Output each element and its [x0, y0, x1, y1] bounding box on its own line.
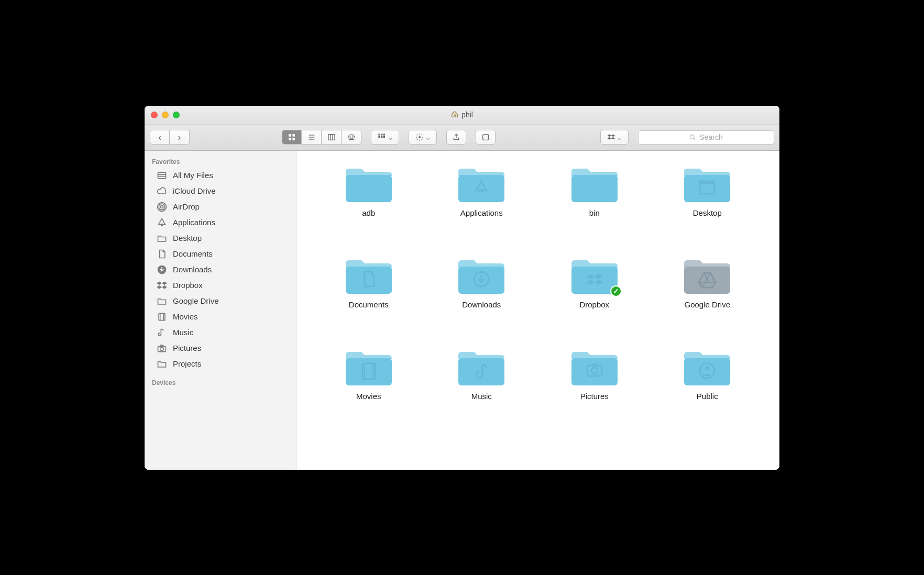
svg-line-22 [694, 138, 695, 140]
file-grid[interactable]: adb Applications bin Desktop [296, 151, 779, 470]
folder-item[interactable]: Desktop [651, 161, 764, 253]
sidebar-item-label: Dropbox [173, 281, 203, 290]
folder-item[interactable]: Music [425, 345, 538, 436]
sidebar-item-label: Downloads [173, 265, 212, 274]
folder-item[interactable]: Downloads [425, 253, 538, 345]
sidebar-item-movies[interactable]: Movies [145, 309, 296, 325]
icon-view-button[interactable] [282, 130, 302, 145]
folder-icon [344, 256, 394, 296]
search-field[interactable]: Search [638, 130, 774, 145]
sidebar-item-label: Pictures [173, 344, 201, 352]
folder-icon [569, 348, 620, 388]
share-button[interactable] [446, 130, 466, 145]
back-button[interactable]: ‹ [150, 130, 170, 145]
folder-icon [156, 358, 168, 370]
folder-label: adb [362, 208, 375, 217]
svg-rect-0 [289, 134, 291, 137]
sidebar-item-label: Google Drive [173, 296, 219, 305]
window-body: Favorites All My FilesiCloud DriveAirDro… [145, 151, 779, 470]
sidebar-item-label: Applications [173, 218, 215, 227]
svg-rect-16 [383, 134, 385, 135]
svg-rect-17 [378, 136, 380, 138]
svg-rect-1 [292, 134, 295, 137]
dropbox-toolbar-button[interactable]: ⌵ [600, 130, 629, 145]
list-view-button[interactable] [302, 130, 322, 145]
svg-rect-3 [292, 138, 295, 140]
folder-icon [344, 348, 394, 388]
sidebar-item-all-my-files[interactable]: All My Files [145, 168, 296, 183]
sidebar-item-documents[interactable]: Documents [145, 246, 296, 262]
folder-item[interactable]: Public [651, 345, 764, 436]
folder-label: Dropbox [579, 300, 609, 309]
sidebar-item-downloads[interactable]: Downloads [145, 262, 296, 278]
svg-rect-23 [158, 172, 166, 179]
sidebar-item-dropbox[interactable]: Dropbox [145, 278, 296, 293]
nav-group: ‹ › [150, 130, 190, 145]
folder-item[interactable]: bin [538, 161, 651, 253]
folder-item[interactable]: Documents [312, 253, 425, 345]
sidebar-item-music[interactable]: Music [145, 325, 296, 340]
folder-item[interactable]: Applications [425, 161, 538, 253]
sidebar-item-pictures[interactable]: Pictures [145, 340, 296, 356]
svg-rect-2 [289, 138, 291, 140]
arrange-button[interactable]: ⌵ [371, 130, 399, 145]
sidebar-item-applications[interactable]: Applications [145, 215, 296, 230]
sidebar-item-desktop[interactable]: Desktop [145, 230, 296, 246]
folder-label: Desktop [693, 208, 722, 217]
tags-button[interactable] [476, 130, 496, 145]
column-view-button[interactable] [322, 130, 342, 145]
sidebar-item-label: iCloud Drive [173, 186, 216, 195]
toolbar: ‹ › ⌵ ⌵ [145, 125, 779, 151]
search-placeholder: Search [699, 133, 722, 141]
sidebar-item-projects[interactable]: Projects [145, 356, 296, 372]
folder-item[interactable]: ✓ Dropbox [538, 253, 651, 345]
folder-label: Applications [460, 208, 503, 217]
minimize-button[interactable] [162, 112, 169, 118]
svg-rect-36 [161, 345, 163, 347]
sidebar-item-label: AirDrop [173, 202, 200, 211]
forward-button[interactable]: › [170, 130, 190, 145]
folder-label: bin [589, 208, 600, 217]
action-button[interactable]: ⌵ [409, 130, 437, 145]
window-title-text: phil [461, 110, 473, 119]
applications-icon [156, 217, 168, 228]
folder-label: Public [697, 392, 718, 401]
sidebar-item-label: Music [173, 328, 193, 337]
music-note-icon [156, 327, 168, 338]
folder-item[interactable]: Pictures [538, 345, 651, 436]
folder-label: Downloads [462, 300, 501, 309]
svg-point-26 [161, 205, 163, 208]
dropbox-icon [156, 280, 168, 291]
folder-label: Movies [356, 392, 381, 401]
folder-icon [569, 164, 620, 204]
sidebar-item-icloud-drive[interactable]: iCloud Drive [145, 183, 296, 199]
finder-window: phil ‹ › ⌵ [145, 106, 779, 470]
folder-item[interactable]: Movies [312, 345, 425, 436]
coverflow-view-button[interactable] [342, 130, 361, 145]
svg-rect-14 [378, 134, 380, 135]
close-button[interactable] [151, 112, 158, 118]
sidebar-item-label: Projects [173, 359, 201, 368]
folder-label: Documents [349, 300, 389, 309]
folder-item[interactable]: Google Drive [651, 253, 764, 345]
sidebar-item-label: Desktop [173, 234, 202, 242]
svg-point-29 [161, 224, 162, 225]
document-icon [156, 248, 168, 260]
sidebar-item-google-drive[interactable]: Google Drive [145, 293, 296, 309]
sidebar-item-airdrop[interactable]: AirDrop [145, 199, 296, 215]
all-my-files-icon [156, 170, 168, 181]
svg-rect-15 [381, 134, 382, 135]
sidebar-section-header: Favorites [145, 155, 296, 168]
folder-icon [682, 348, 732, 388]
download-arrow-icon [156, 264, 168, 275]
folder-icon [682, 256, 732, 296]
window-controls [151, 112, 180, 118]
folder-icon [456, 348, 507, 388]
folder-item[interactable]: adb [312, 161, 425, 253]
home-icon [451, 110, 458, 119]
window-title: phil [145, 110, 779, 119]
titlebar: phil [145, 106, 779, 125]
fullscreen-button[interactable] [173, 112, 180, 118]
movies-icon [156, 311, 168, 323]
folder-label: Google Drive [684, 300, 730, 309]
